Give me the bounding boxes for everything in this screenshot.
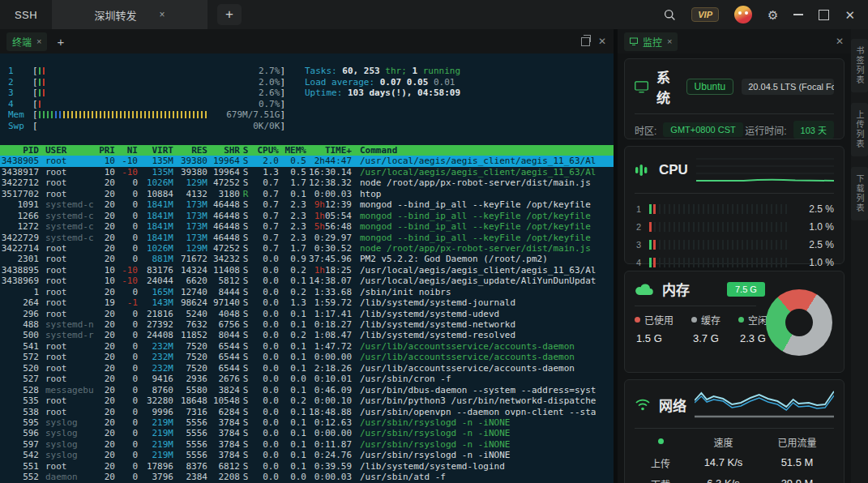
col-header-pid[interactable]: PID xyxy=(0,145,39,156)
col-header-pri[interactable]: PRI xyxy=(96,145,115,156)
session-tab[interactable]: 深圳转发 × xyxy=(52,0,207,29)
cpu-core-seg-g xyxy=(649,204,652,214)
legend-dot xyxy=(738,317,744,323)
meter-tick-y xyxy=(144,111,146,118)
process-row[interactable]: 595syslog200219M55563784S0.00.10:12.63/u… xyxy=(0,417,614,428)
tab-terminal[interactable]: 终端 × xyxy=(6,32,47,51)
side-tab-下载列表[interactable]: 下载列表 xyxy=(851,167,868,220)
col-header-mem[interactable]: MEM% xyxy=(279,145,306,156)
search-icon[interactable] xyxy=(664,9,676,21)
add-terminal-tab-button[interactable]: + xyxy=(57,35,64,49)
cpu-core-seg-g xyxy=(649,258,652,267)
network-upload-speed: 14.7 K/s xyxy=(686,456,760,470)
col-header-res[interactable]: RES xyxy=(173,145,207,156)
process-row[interactable]: 3438895root10-10831761432411408S0.00.21h… xyxy=(0,265,614,276)
process-row[interactable]: 3422714root2001026M129M47252S0.71.70:30.… xyxy=(0,243,614,254)
terminal-pane-actions: ✕ xyxy=(581,36,614,46)
tab-monitor-close-icon[interactable]: × xyxy=(667,36,672,46)
tab-monitor[interactable]: 监控 × xyxy=(624,32,678,51)
os-badge[interactable]: Ubuntu xyxy=(686,79,734,95)
meter-tick-y xyxy=(120,111,122,118)
col-header-command[interactable]: Command xyxy=(352,145,614,156)
process-row[interactable]: 527root200941629362676S0.00.00:10.01/usr… xyxy=(0,374,614,384)
process-row[interactable]: 1root200165M127408444S0.00.21:33.68/sbin… xyxy=(0,287,614,297)
process-row[interactable]: 552daemon200379623842208S0.00.00:00.03/u… xyxy=(0,472,614,482)
htop-meter: 3[2.6%] xyxy=(8,88,285,99)
meter-tick-y xyxy=(88,111,89,118)
col-header-shr[interactable]: SHR xyxy=(207,145,240,156)
process-row[interactable]: 528messagebu200876055803824S0.00.10:46.0… xyxy=(0,385,614,395)
titlebar-actions: VIP ⚙ ✕ xyxy=(664,6,868,24)
app-menu-ssh[interactable]: SSH xyxy=(0,9,52,21)
process-row[interactable]: 3517702root2001088441323180R0.70.10:00.0… xyxy=(0,189,614,199)
col-header-ni[interactable]: NI xyxy=(115,145,138,156)
process-row[interactable]: 1266systemd-c2001841M173M46448S0.72.31h0… xyxy=(0,211,614,221)
process-row[interactable]: 296root2002181652404048S0.00.11:17.41/li… xyxy=(0,309,614,319)
cpu-core-value: 2.5 % xyxy=(797,239,834,250)
monitor-close-icon[interactable]: ✕ xyxy=(836,36,844,46)
process-row[interactable]: 1091systemd-c2001841M173M46448S0.72.39h1… xyxy=(0,199,614,210)
htop-meters: 1[2.7%]2[2.0%]3[2.6%]4[0.7%]Mem[679M/7.5… xyxy=(8,66,285,131)
process-row[interactable]: 597syslog200219M55563784S0.00.10:11.87/u… xyxy=(0,439,614,450)
vip-badge[interactable]: VIP xyxy=(691,7,719,22)
process-table-header[interactable]: PIDUSERPRINIVIRTRESSHRSCPU%MEM%TIME+Comm… xyxy=(0,145,614,156)
side-tab-书签列表[interactable]: 书签列表 xyxy=(851,39,868,92)
tab-terminal-close-icon[interactable]: × xyxy=(36,36,41,46)
pane-close-icon[interactable]: ✕ xyxy=(598,36,606,46)
cpu-core-list: 12.5 %21.0 %32.5 %41.0 % xyxy=(635,200,834,271)
process-row[interactable]: 3438969root10-102404466205812S0.00.114:3… xyxy=(0,276,614,286)
minimize-icon[interactable] xyxy=(793,14,803,15)
meter-tick-y xyxy=(112,111,113,118)
meter-tick-y xyxy=(185,111,186,118)
process-row[interactable]: 3438905root10-10135M3938019964S2.00.52h4… xyxy=(0,156,614,166)
col-header-user[interactable]: USER xyxy=(39,145,96,156)
meter-bar xyxy=(38,67,259,75)
col-header-s[interactable]: S xyxy=(240,145,251,156)
process-row[interactable]: 541root200232M75206544S0.00.11:47.72/usr… xyxy=(0,341,614,352)
side-tab-strip: 书签列表上传列表下载列表 xyxy=(851,29,868,483)
pane-restore-icon[interactable] xyxy=(581,37,590,46)
htop-meter: Swp[0K/0K] xyxy=(8,121,285,132)
process-row[interactable]: 551root2001789683766812S0.00.10:39.59/li… xyxy=(0,461,614,472)
htop-summary-line: Uptime: 103 days(!), 04:58:09 xyxy=(305,88,460,99)
process-row[interactable]: 596syslog200219M55563784S0.00.10:00.00/u… xyxy=(0,428,614,438)
uptime-label: 运行时间: xyxy=(745,123,786,137)
maximize-icon[interactable] xyxy=(819,10,829,20)
process-row[interactable]: 542syslog200219M55563784S0.00.10:24.76/u… xyxy=(0,450,614,460)
cpu-core-meter xyxy=(649,240,790,250)
process-row[interactable]: 3422712root2001026M129M47252S0.71.712:38… xyxy=(0,177,614,188)
session-tab-close-icon[interactable]: × xyxy=(160,9,165,20)
monitor-cards: 系统 Ubuntu 20.04.5 LTS (Focal Fossa 时区: G… xyxy=(618,53,851,483)
user-avatar[interactable] xyxy=(734,6,752,24)
meter-tick-y xyxy=(71,111,73,118)
meter-tick-b xyxy=(59,111,61,118)
col-header-virt[interactable]: VIRT xyxy=(138,145,173,156)
process-row[interactable]: 520root200232M75206544S0.00.12:18.26/usr… xyxy=(0,363,614,374)
col-header-cpu[interactable]: CPU% xyxy=(251,145,279,156)
htop-meter: Mem[679M/7.51G] xyxy=(8,109,285,121)
settings-gear-icon[interactable]: ⚙ xyxy=(768,9,778,21)
process-row[interactable]: 538root200999673166284S0.00.118:48.88/us… xyxy=(0,407,614,417)
process-row[interactable]: 1272systemd-c2001841M173M46448S0.72.35h5… xyxy=(0,221,614,232)
side-tab-上传列表[interactable]: 上传列表 xyxy=(851,103,868,156)
window-close-icon[interactable]: ✕ xyxy=(844,9,855,21)
process-row[interactable]: 488systemd-n2002739276326756S0.00.10:18.… xyxy=(0,319,614,330)
process-row[interactable]: 264root19-1143M9862497140S0.01.31:59.72/… xyxy=(0,297,614,308)
process-row[interactable]: 2301root200881M7167234232S0.00.937:45.96… xyxy=(0,254,614,264)
system-card: 系统 Ubuntu 20.04.5 LTS (Focal Fossa 时区: G… xyxy=(624,58,844,139)
meter-tick-g xyxy=(39,67,41,75)
col-header-time[interactable]: TIME+ xyxy=(306,145,352,156)
cpu-core-index: 2 xyxy=(635,222,643,232)
process-row[interactable]: 572root200232M75206544S0.00.10:00.00/usr… xyxy=(0,352,614,362)
process-row[interactable]: 3422729systemd-c2001841M173M46448S0.72.3… xyxy=(0,233,614,243)
process-row[interactable]: 3438917root10-10135M3938019964S1.30.516:… xyxy=(0,167,614,177)
tab-terminal-label: 终端 xyxy=(12,35,32,49)
new-session-button[interactable]: + xyxy=(217,4,242,25)
process-row[interactable]: 500systemd-r20024408118528044S0.00.21:08… xyxy=(0,330,614,340)
cpu-title: CPU xyxy=(659,162,688,178)
meter-value: 2.7% xyxy=(259,66,280,76)
meter-tick-g xyxy=(39,79,41,86)
meter-value: 0K/0K xyxy=(253,121,280,131)
process-row[interactable]: 535root200322801864810548S0.00.20:00.10/… xyxy=(0,395,614,406)
terminal-screen[interactable]: 1[2.7%]2[2.0%]3[2.6%]4[0.7%]Mem[679M/7.5… xyxy=(0,53,614,483)
